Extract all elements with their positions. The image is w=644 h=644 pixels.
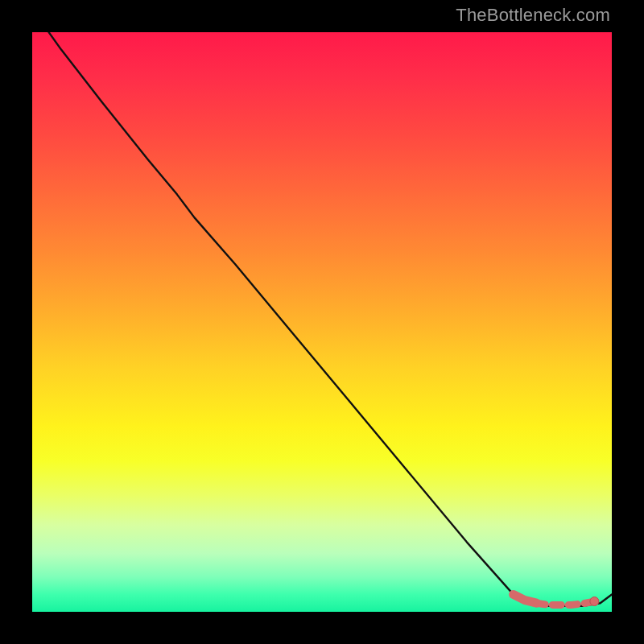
heat-gradient-background [32, 32, 612, 612]
watermark-text: TheBottleneck.com [456, 5, 610, 26]
plot-area [32, 32, 612, 612]
chart-stage: TheBottleneck.com [0, 0, 644, 644]
